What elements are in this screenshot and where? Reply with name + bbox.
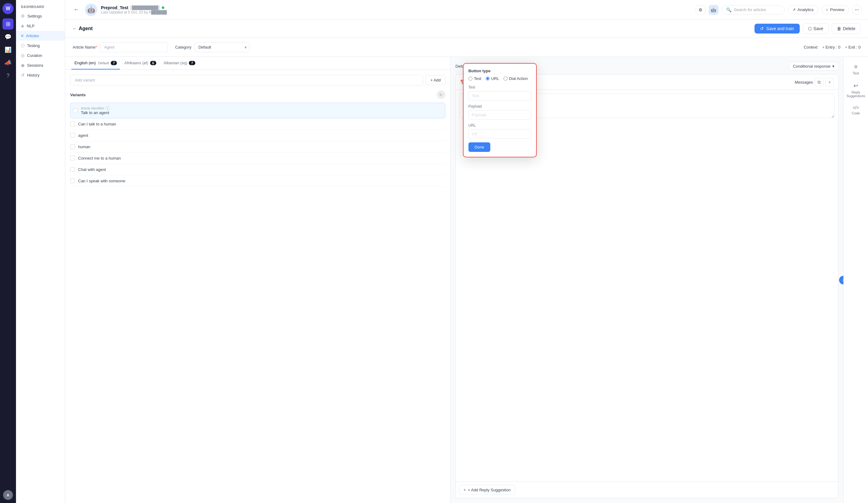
variant-checkbox-2[interactable] [70,133,75,138]
info-icon[interactable]: i [105,106,110,111]
text-tool-label: Text [852,71,859,75]
add-variant-input[interactable] [70,75,423,85]
variant-item-content: Article Identifier i Talk to an agent [81,106,443,115]
code-tool[interactable]: </> Code [846,102,866,118]
add-variant-button[interactable]: + Add [426,75,445,85]
article-name-label: Article Name* [73,45,97,50]
radio-dial-action[interactable]: Dial Action [504,76,528,81]
more-button[interactable]: ··· [852,5,862,15]
left-panel: English (en) Default 7 Afrikaans (af) 6 … [65,57,451,503]
tab-afrikaans-badge: 6 [150,61,156,65]
main-panel: English (en) Default 7 Afrikaans (af) 6 … [65,57,868,503]
copy-messages-button[interactable]: ⧉ [815,78,824,86]
nav-chat-icon[interactable]: 💬 [2,31,13,42]
category-select[interactable]: Default [194,42,250,52]
save-button[interactable]: ⬡ Save [803,23,829,34]
tab-english[interactable]: English (en) Default 7 [71,57,120,70]
article-name-input[interactable] [100,42,168,52]
preview-button[interactable]: ○ Preview [821,5,849,14]
variant-checkbox-6[interactable] [70,178,75,183]
refresh-button[interactable]: ↻ [437,91,445,99]
sidebar-item-sessions[interactable]: ◉ Sessions [16,60,65,70]
variant-checkbox-0[interactable] [73,108,78,113]
variant-checkbox-5[interactable] [70,167,75,172]
header-actions: ⚙ 🤖 🔍 ↗ Analytics ○ Preview ··· [696,5,862,15]
radio-text-input[interactable] [468,76,473,81]
app-logo[interactable]: W [2,3,13,14]
right-panel: « Default resp Conditional response ▾ 📅 [451,57,868,503]
article-name-field: Article Name* [73,42,168,52]
sidebar-item-settings[interactable]: ⚙ Settings [16,11,65,21]
delete-button[interactable]: 🗑 Delete [832,23,861,34]
sidebar-item-testing[interactable]: ⬡ Testing [16,41,65,50]
search-icon: 🔍 [726,7,732,12]
agent-updated: Last Updated at 5 Oct, 23 by A██████ [101,10,692,14]
back-button[interactable]: ← [71,5,81,15]
articles-icon: ≡ [21,33,23,38]
collapse-button[interactable]: « [839,276,844,284]
article-identifier-label: Article Identifier i [81,106,443,111]
popup-text-input[interactable] [468,91,531,101]
analytics-button[interactable]: ↗ Analytics [788,5,818,14]
radio-url[interactable]: URL [486,76,499,81]
save-label: Save [814,26,824,31]
bot-avatar-icon[interactable]: 🤖 [709,5,719,15]
variant-text-5: Chat with agent [78,167,445,172]
reply-suggestions-icon: ↩ [854,82,858,89]
sub-header-left: ← Agent [73,26,93,31]
reply-suggestion-area: + + Add Reply Suggestion [456,481,838,498]
done-button[interactable]: Done [468,142,490,152]
search-bar[interactable]: 🔍 [722,5,785,14]
variants-panel: + Add Variants ↻ Article Identifier i [65,70,450,503]
entry-count: Entry : 0 [826,45,840,50]
variant-checkbox-4[interactable] [70,156,75,160]
context-entry[interactable]: ▾ Entry : 0 [823,45,840,50]
agent-back-link[interactable]: ← Agent [73,26,93,31]
sessions-icon: ◉ [21,63,24,67]
context-label: Context [804,45,818,50]
user-avatar-bottom[interactable]: A [3,490,13,500]
variant-checkbox-3[interactable] [70,144,75,149]
radio-dial-input[interactable] [504,76,507,81]
popup-url-input[interactable] [468,129,531,139]
tab-english-label: English (en) [74,61,96,65]
nav-chart-icon[interactable]: 📊 [2,44,13,55]
article-meta-row: Article Name* Category Default Context ▾… [65,38,868,57]
sidebar-label-testing: Testing [27,43,40,48]
add-message-button[interactable]: + [825,78,834,86]
sidebar-label-nlp: NLP [27,24,34,28]
radio-text[interactable]: Text [468,76,482,81]
nlp-icon: ◈ [21,23,24,28]
nav-question-icon[interactable]: ? [2,70,13,81]
add-reply-suggestion-button[interactable]: + + Add Reply Suggestion [459,485,515,495]
top-header: ← 🤖 Preprod_Test ██████████ Last Updated… [65,0,868,20]
variants-header: Variants ↻ [70,91,445,99]
sidebar-item-curation[interactable]: ◎ Curation [16,50,65,60]
preview-label: Preview [830,7,844,12]
messages-actions: Messages ⧉ + [795,78,834,86]
delete-icon: 🗑 [837,26,841,31]
save-train-button[interactable]: ↺ Save and train [754,24,799,33]
conditional-response-select[interactable]: Conditional response ▾ [789,62,838,71]
radio-url-input[interactable] [486,76,490,81]
tab-afrikaans[interactable]: Afrikaans (af) 6 [121,57,159,70]
text-tool[interactable]: ≡ Text [846,61,866,78]
nav-grid-icon[interactable]: ⊞ [2,19,13,30]
tab-afrikaans-label: Afrikaans (af) [124,61,148,65]
icon-button-settings[interactable]: ⚙ [696,5,706,15]
sidebar-item-nlp[interactable]: ◈ NLP [16,21,65,31]
nav-megaphone-icon[interactable]: 📣 [2,57,13,68]
tab-albanian-label: Albanian (sq) [164,61,187,65]
tab-albanian[interactable]: Albanian (sq) 7 [161,57,198,70]
search-input[interactable] [734,7,780,12]
variant-checkbox-1[interactable] [70,122,75,126]
sidebar-header: DASHBOARD [16,4,65,11]
testing-icon: ⬡ [21,43,24,48]
popup-url-field: URL [468,123,531,139]
sidebar-item-articles[interactable]: ≡ Articles [16,31,65,41]
reply-suggestions-tool[interactable]: ↩ Reply Suggestions [846,79,866,101]
context-exit[interactable]: ▾ Exit : 0 [845,45,861,50]
sidebar-item-history[interactable]: ↺ History [16,70,65,80]
popup-payload-input[interactable] [468,110,531,119]
tools-panel: ≡ Text ↩ Reply Suggestions </> Code [844,57,868,503]
